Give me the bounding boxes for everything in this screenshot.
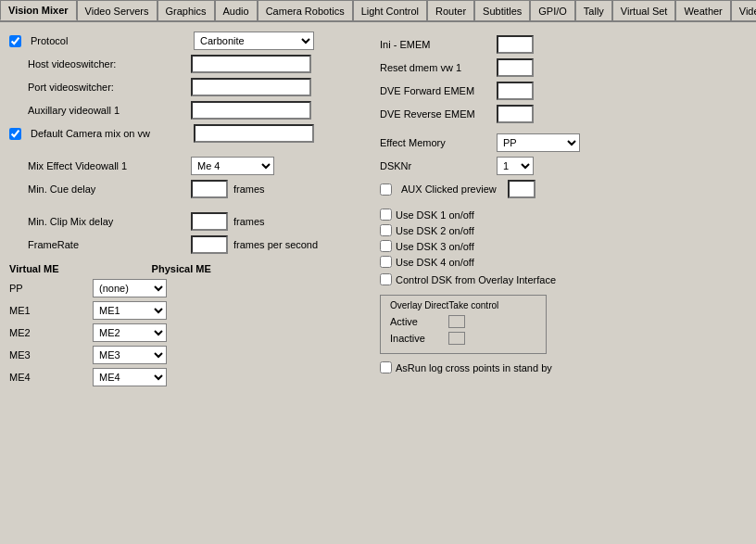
host-row: Host videoswitcher: 192.168.0.123 [28, 55, 361, 73]
emem-section: Ini - EMEM 99 Reset dmem vw 1 49 DVE For… [380, 35, 747, 373]
vm-label-me4: ME4 [9, 372, 83, 383]
overlay-inactive-row: Inactive [390, 332, 536, 345]
framerate-row: FrameRate 25 frames per second [28, 235, 361, 254]
protocol-label: Protocol [31, 35, 188, 46]
aux-clicked-label: AUX Clicked preview [401, 183, 497, 195]
min-cue-row: Min. Cue delay 25 frames [28, 180, 361, 198]
overlay-inactive-label: Inactive [390, 333, 441, 344]
tab-camera-robotics[interactable]: Camera Robotics [258, 0, 353, 20]
default-cam-label: Default Camera mix on vw [31, 128, 188, 139]
vm-row-pp: PP (none)ME1ME2ME3ME4 [9, 279, 361, 297]
dve-fwd-input[interactable]: 97 [497, 82, 534, 100]
tab-video-wall[interactable]: Video Wall [731, 0, 756, 20]
ini-emem-row: Ini - EMEM 99 [380, 35, 747, 54]
port-row: Port videoswitcher: 7788 [28, 78, 361, 96]
min-clip-row: Min. Clip Mix delay 10 frames [28, 212, 361, 231]
tab-video-servers[interactable]: Video Servers [77, 0, 158, 20]
dsk3-checkbox[interactable] [380, 240, 392, 252]
overlay-active-row: Active [390, 315, 536, 328]
dsknr-select[interactable]: 1234 [497, 157, 534, 175]
mix-effect-select[interactable]: Me 1 Me 2 Me 3 Me 4 [191, 157, 274, 175]
min-clip-unit: frames [233, 216, 265, 227]
dsknr-label: DSKNr [380, 160, 491, 171]
vm-label-me1: ME1 [9, 305, 83, 316]
dsk1-label: Use DSK 1 on/off [396, 209, 474, 221]
overlay-inactive-indicator [448, 332, 465, 345]
dve-rev-row: DVE Reverse EMEM 98 [380, 105, 747, 123]
min-cue-input[interactable]: 25 [191, 180, 228, 198]
ini-emem-input[interactable]: 99 [497, 35, 534, 54]
default-cam-checkbox[interactable] [9, 128, 21, 140]
dsk2-row: Use DSK 2 on/off [380, 224, 747, 236]
port-label: Port videoswitcher: [28, 82, 185, 93]
dsk3-row: Use DSK 3 on/off [380, 240, 747, 252]
default-cam-row: Default Camera mix on vw 4 [9, 124, 361, 143]
port-input[interactable]: 7788 [191, 78, 311, 96]
tab-tally[interactable]: Tally [575, 0, 612, 20]
vm-row-me3: ME3 (none)ME1ME2ME3ME4 [9, 346, 361, 364]
tab-weather[interactable]: Weather [675, 0, 730, 20]
dve-rev-label: DVE Reverse EMEM [380, 108, 491, 120]
physical-me-header: Physical ME [152, 263, 211, 274]
default-cam-input[interactable]: 4 [194, 124, 314, 143]
vm-select-me1[interactable]: (none)ME1ME2ME3ME4 [93, 301, 167, 320]
effect-mem-label: Effect Memory [380, 137, 491, 148]
protocol-row: Protocol Carbonite Grass Valley Sony [9, 32, 361, 50]
aux-clicked-input[interactable]: 1 [508, 180, 536, 198]
reset-dmem-label: Reset dmem vw 1 [380, 62, 491, 73]
virtual-me-header: Virtual ME [9, 263, 59, 274]
vm-select-me3[interactable]: (none)ME1ME2ME3ME4 [93, 346, 167, 364]
tab-bar: Vision Mixer Video Servers Graphics Audi… [0, 0, 756, 22]
tab-subtitles[interactable]: Subtitles [474, 0, 530, 20]
tab-graphics[interactable]: Graphics [158, 0, 215, 20]
dsk1-checkbox[interactable] [380, 209, 392, 221]
reset-dmem-input[interactable]: 49 [497, 58, 534, 77]
dsk3-label: Use DSK 3 on/off [396, 241, 474, 252]
protocol-select[interactable]: Carbonite Grass Valley Sony [194, 32, 314, 50]
mix-effect-label: Mix Effect Videowall 1 [28, 160, 185, 171]
host-label: Host videoswitcher: [28, 58, 185, 70]
aux-label: Auxillary videowall 1 [28, 105, 185, 116]
host-input[interactable]: 192.168.0.123 [191, 55, 311, 73]
vm-row-me2: ME2 (none)ME1ME2ME3ME4 [9, 323, 361, 342]
tab-vision-mixer[interactable]: Vision Mixer [0, 0, 77, 20]
overlay-title: Overlay DirectTake control [390, 300, 536, 310]
dsk4-checkbox[interactable] [380, 256, 392, 268]
vm-select-me2[interactable]: (none)ME1ME2ME3ME4 [93, 323, 167, 342]
vm-row-me1: ME1 (none)ME1ME2ME3ME4 [9, 301, 361, 320]
tab-router[interactable]: Router [427, 0, 474, 20]
aux-clicked-row: AUX Clicked preview 1 [380, 180, 747, 198]
dve-fwd-label: DVE Forward EMEM [380, 85, 491, 96]
virtual-me-section: Virtual ME Physical ME PP (none)ME1ME2ME… [9, 263, 361, 386]
min-clip-input[interactable]: 10 [191, 212, 228, 231]
dsk2-checkbox[interactable] [380, 224, 392, 236]
tab-audio[interactable]: Audio [215, 0, 258, 20]
tab-light-control[interactable]: Light Control [353, 0, 427, 20]
control-dsk-checkbox[interactable] [380, 273, 392, 285]
min-cue-label: Min. Cue delay [28, 183, 185, 195]
aux-input[interactable]: 4 [191, 101, 311, 120]
vm-row-me4: ME4 (none)ME1ME2ME3ME4 [9, 368, 361, 386]
overlay-active-indicator [448, 315, 465, 328]
framerate-input[interactable]: 25 [191, 235, 228, 254]
tab-gpio[interactable]: GPI/O [530, 0, 575, 20]
vm-header: Virtual ME Physical ME [9, 263, 361, 274]
overlay-active-label: Active [390, 316, 441, 327]
vm-select-pp[interactable]: (none)ME1ME2ME3ME4 [93, 279, 167, 297]
protocol-checkbox[interactable] [9, 35, 21, 47]
aux-row: Auxillary videowall 1 4 [28, 101, 361, 120]
aux-clicked-checkbox[interactable] [380, 183, 392, 196]
tab-virtual-set[interactable]: Virtual Set [612, 0, 676, 20]
overlay-box: Overlay DirectTake control Active Inacti… [380, 295, 547, 354]
asrun-checkbox[interactable] [380, 361, 392, 373]
min-cue-unit: frames [233, 183, 265, 195]
effect-mem-select[interactable]: PPME1ME2ME3 [497, 133, 580, 152]
dsk1-row: Use DSK 1 on/off [380, 209, 747, 221]
asrun-row: AsRun log cross points in stand by [380, 361, 747, 373]
min-clip-label: Min. Clip Mix delay [28, 216, 185, 227]
dve-rev-input[interactable]: 98 [497, 105, 534, 123]
vm-label-me3: ME3 [9, 349, 83, 361]
vm-select-me4[interactable]: (none)ME1ME2ME3ME4 [93, 368, 167, 386]
main-content: Protocol Carbonite Grass Valley Sony Hos… [0, 22, 756, 544]
dve-fwd-row: DVE Forward EMEM 97 [380, 82, 747, 100]
